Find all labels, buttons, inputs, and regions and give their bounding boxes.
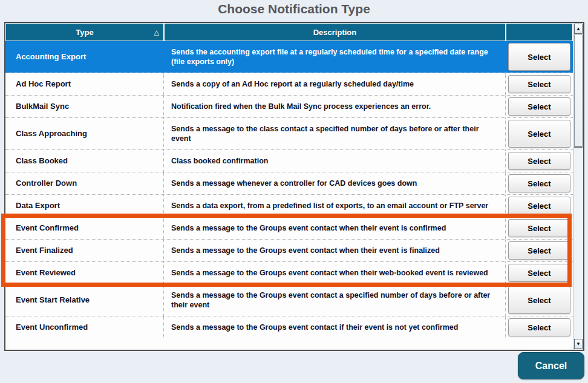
type-cell: Class Approaching (5, 118, 164, 149)
select-button[interactable]: Select (508, 152, 570, 170)
type-cell: Class Booked (5, 150, 164, 172)
select-cell: Select (506, 195, 573, 217)
description-cell: Sends a message to the Groups event cont… (164, 217, 506, 239)
select-button[interactable]: Select (508, 97, 570, 116)
scrollbar-thumb[interactable] (574, 34, 583, 148)
table-row[interactable]: Event Start Relative Sends a message to … (5, 284, 573, 316)
type-cell: BulkMail Sync (5, 96, 164, 117)
select-button[interactable]: Select (508, 286, 570, 314)
select-cell: Select (506, 172, 573, 194)
description-column-header[interactable]: Description (164, 23, 506, 41)
select-cell: Select (506, 262, 573, 284)
select-button[interactable]: Select (508, 197, 570, 215)
select-button[interactable]: Select (508, 75, 570, 93)
table-row[interactable]: Event Reviewed Sends a message to the Gr… (5, 261, 573, 284)
table-row[interactable]: Ad Hoc Report Sends a copy of an Ad Hoc … (5, 73, 573, 95)
select-cell: Select (506, 284, 573, 316)
table-row[interactable]: Event Finalized Sends a message to the G… (5, 239, 573, 261)
type-cell: Event Start Relative (5, 284, 164, 316)
select-button[interactable]: Select (508, 241, 570, 260)
table-body: Accounting Export Sends the accounting e… (5, 41, 573, 350)
select-button[interactable]: Select (508, 120, 570, 148)
description-cell: Sends a message to the class contact a s… (164, 118, 506, 149)
scroll-up-icon[interactable]: ▲ (574, 24, 583, 34)
description-column-label: Description (313, 28, 357, 37)
type-cell: Ad Hoc Report (5, 73, 164, 95)
type-cell: Event Finalized (5, 240, 164, 261)
choose-notification-dialog: Choose Notification Type Type △ Descript… (0, 0, 588, 383)
select-button[interactable]: Select (508, 318, 570, 336)
description-cell: Sends a message to the Groups event cont… (164, 240, 506, 261)
select-button[interactable]: Select (508, 219, 570, 237)
description-cell: Class booked confirmation (164, 150, 506, 172)
type-column-label: Type (76, 28, 93, 37)
type-column-header[interactable]: Type △ (5, 23, 164, 41)
type-cell: Controller Down (5, 172, 164, 194)
table-grid: Type △ Description Accounting Export Sen… (5, 23, 573, 350)
description-cell: Sends a message to the Groups event cont… (164, 316, 506, 338)
sort-ascending-icon: △ (154, 28, 159, 36)
select-cell: Select (506, 118, 573, 149)
type-cell: Event Reviewed (5, 262, 164, 284)
description-cell: Notification fired when the Bulk Mail Sy… (164, 96, 506, 117)
description-cell: Sends the accounting export file at a re… (164, 41, 506, 73)
table-row[interactable]: Controller Down Sends a message whenever… (5, 172, 573, 194)
type-cell: Accounting Export (5, 41, 164, 73)
table-row[interactable]: Class Approaching Sends a message to the… (5, 117, 573, 149)
table-row[interactable]: Event Unconfirmed Sends a message to the… (5, 316, 573, 338)
select-cell: Select (506, 150, 573, 172)
table-row[interactable]: Accounting Export Sends the accounting e… (5, 41, 573, 73)
table-row[interactable]: Event Confirmed Sends a message to the G… (5, 217, 573, 239)
type-cell: Event Unconfirmed (5, 316, 164, 338)
description-cell: Sends a message to the Groups event cont… (164, 284, 506, 316)
vertical-scrollbar[interactable]: ▲ ▼ (573, 23, 583, 350)
select-button[interactable]: Select (508, 264, 570, 282)
select-button[interactable]: Select (508, 174, 570, 192)
table-header-row: Type △ Description (5, 23, 573, 41)
description-cell: Sends a message whenever a controller fo… (164, 172, 506, 194)
notification-type-table: Type △ Description Accounting Export Sen… (4, 22, 584, 351)
type-cell: Data Export (5, 195, 164, 217)
description-cell: Sends a copy of an Ad Hoc report at a re… (164, 73, 506, 95)
select-cell: Select (506, 240, 573, 261)
table-row[interactable]: Data Export Sends a data export, from a … (5, 194, 573, 217)
cancel-button[interactable]: Cancel (518, 352, 584, 379)
select-cell: Select (506, 96, 573, 117)
description-cell: Sends a data export, from a predefined l… (164, 195, 506, 217)
select-button[interactable]: Select (508, 43, 570, 71)
select-column-header (506, 23, 573, 41)
table-row[interactable]: BulkMail Sync Notification fired when th… (5, 95, 573, 117)
scroll-down-icon[interactable]: ▼ (574, 339, 583, 349)
select-cell: Select (506, 41, 573, 73)
page-title: Choose Notification Type (0, 2, 588, 16)
select-cell: Select (506, 217, 573, 239)
select-cell: Select (506, 73, 573, 95)
description-cell: Sends a message to the Groups event cont… (164, 262, 506, 284)
select-cell: Select (506, 316, 573, 338)
type-cell: Event Confirmed (5, 217, 164, 239)
table-row[interactable]: Class Booked Class booked confirmation S… (5, 149, 573, 172)
